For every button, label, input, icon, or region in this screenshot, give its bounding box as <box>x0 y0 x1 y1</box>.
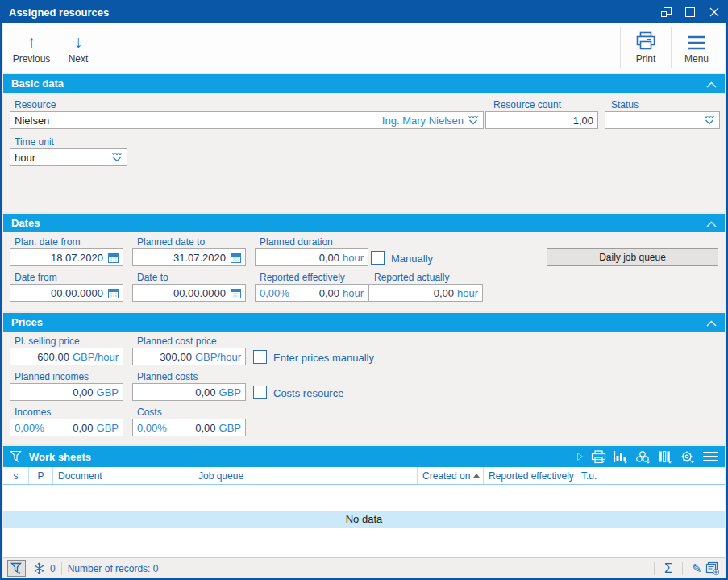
dropdown-icon[interactable] <box>468 115 479 125</box>
collapse-chevron-icon[interactable] <box>706 315 717 330</box>
reported-effectively-value: 0,00 <box>319 287 339 299</box>
sort-ascending-icon <box>473 474 480 478</box>
time-unit-combo[interactable]: hour <box>10 148 127 166</box>
chart-icon[interactable] <box>614 450 628 464</box>
resource-combo[interactable]: Nielsen Ing. Mary Nielsen <box>10 111 484 129</box>
calendar-icon[interactable] <box>108 252 119 263</box>
print-label: Print <box>636 53 656 65</box>
enter-prices-manually-label: Enter prices manually <box>273 352 374 364</box>
record-count-text: Number of records: 0 <box>68 563 159 574</box>
calendar-icon[interactable] <box>231 252 241 263</box>
planned-costs-value: 0,00 <box>195 386 215 398</box>
planned-costs-field[interactable]: 0,00 GBP <box>132 383 246 401</box>
worksheets-table-header: s P Document Job queue Created on Report… <box>3 467 725 485</box>
reported-effectively-percent: 0,00% <box>260 287 289 299</box>
column-header-job-queue[interactable]: Job queue <box>193 467 418 484</box>
basic-data-body: Resource Nielsen Ing. Mary Nielsen Resou… <box>3 93 725 212</box>
costs-field[interactable]: 0,00% 0,00 GBP <box>132 419 246 436</box>
expand-right-icon[interactable] <box>576 452 584 461</box>
pl-selling-price-unit: GBP/hour <box>73 351 119 363</box>
daily-job-queue-button[interactable]: Daily job queue <box>547 248 718 266</box>
date-from-value: 00.00.0000 <box>51 287 103 299</box>
relations-icon[interactable] <box>635 450 651 464</box>
incomes-field[interactable]: 0,00% 0,00 GBP <box>10 419 123 436</box>
print-icon[interactable] <box>591 450 606 464</box>
main-toolbar: ↑ Previous ↓ Next Print Menu <box>3 23 725 73</box>
statusbar-separator <box>164 562 164 575</box>
incomes-unit: GBP <box>97 422 119 434</box>
dropdown-icon[interactable] <box>704 115 715 125</box>
settings-gear-icon[interactable] <box>680 450 695 464</box>
date-to-label: Date to <box>137 272 168 283</box>
planned-duration-label: Planned duration <box>260 236 333 248</box>
column-header-p[interactable]: P <box>29 467 53 484</box>
dates-header[interactable]: Dates <box>3 214 725 232</box>
toolbar-spacer <box>102 24 618 71</box>
arrow-down-icon: ↓ <box>74 31 83 51</box>
resource-display-name: Ing. Mary Nielsen <box>382 115 464 127</box>
arrow-up-icon: ↑ <box>27 31 36 51</box>
calendar-icon[interactable] <box>108 288 119 298</box>
print-button[interactable]: Print <box>622 24 669 71</box>
planned-duration-field[interactable]: 0,00 hour <box>255 248 368 266</box>
filter-button[interactable] <box>7 560 26 577</box>
planned-date-to-field[interactable]: 31.07.2020 <box>132 248 246 266</box>
dropdown-icon[interactable] <box>111 152 123 162</box>
collapse-chevron-icon[interactable] <box>706 216 717 231</box>
window-content: ↑ Previous ↓ Next Print Menu <box>2 23 726 578</box>
dates-title: Dates <box>11 217 40 229</box>
prices-header[interactable]: Prices <box>3 313 725 332</box>
date-to-value: 00.00.0000 <box>173 287 226 299</box>
statusbar-separator <box>61 562 62 575</box>
planned-incomes-label: Planned incomes <box>15 371 89 382</box>
costs-percent: 0,00% <box>137 422 167 434</box>
assigned-resources-window: Assigned resources ↑ Previous ↓ Next <box>0 0 728 580</box>
column-header-tu[interactable]: T.u. <box>576 467 725 484</box>
status-combo[interactable] <box>605 111 720 129</box>
snowflake-icon[interactable] <box>33 562 45 574</box>
date-to-field[interactable]: 00.00.0000 <box>132 284 246 302</box>
grid-menu-icon[interactable] <box>702 451 718 462</box>
calendar-icon[interactable] <box>231 288 241 298</box>
plan-date-from-field[interactable]: 18.07.2020 <box>10 248 123 266</box>
maximize-button[interactable] <box>678 2 702 23</box>
filter-funnel-icon[interactable] <box>10 450 23 463</box>
snowflake-count: 0 <box>50 563 56 574</box>
collapse-chevron-icon[interactable] <box>706 77 717 91</box>
date-from-field[interactable]: 00.00.0000 <box>10 284 123 302</box>
menu-button[interactable]: Menu <box>673 24 720 71</box>
basic-data-header[interactable]: Basic data <box>3 74 725 93</box>
previous-button[interactable]: ↑ Previous <box>8 24 55 71</box>
planned-incomes-field[interactable]: 0,00 GBP <box>10 383 123 401</box>
costs-resource-checkbox[interactable] <box>253 386 267 399</box>
planned-cost-price-field[interactable]: 300,00 GBP/hour <box>132 348 246 365</box>
printer-icon <box>635 31 656 51</box>
maximize-icon <box>685 7 695 17</box>
enter-prices-manually-checkbox[interactable] <box>253 350 267 364</box>
toolbar-separator <box>671 27 672 68</box>
close-button[interactable] <box>702 2 726 23</box>
column-header-s[interactable]: s <box>3 467 29 484</box>
resource-count-field[interactable]: 1,00 <box>485 111 598 129</box>
worksheets-toolbar <box>576 450 718 464</box>
reported-actually-field[interactable]: 0,00 hour <box>368 284 483 302</box>
prices-title: Prices <box>11 316 43 328</box>
planned-date-to-label: Planned date to <box>137 236 205 248</box>
edit-pencil-icon[interactable]: ✎ <box>688 561 705 576</box>
dock-button[interactable] <box>654 2 678 23</box>
columns-icon[interactable] <box>658 450 672 464</box>
column-header-created-on[interactable]: Created on <box>418 467 484 484</box>
time-unit-label: Time unit <box>15 136 54 148</box>
statusbar-separator <box>682 562 683 575</box>
no-data-banner: No data <box>3 511 725 528</box>
sum-sigma-icon[interactable]: Σ <box>660 561 676 576</box>
pl-selling-price-field[interactable]: 600,00 GBP/hour <box>10 348 123 365</box>
add-record-icon[interactable] <box>705 561 721 575</box>
next-button[interactable]: ↓ Next <box>55 24 102 71</box>
column-header-document[interactable]: Document <box>53 467 193 484</box>
planned-cost-price-value: 300,00 <box>160 351 192 363</box>
reported-effectively-field[interactable]: 0,00% 0,00 hour <box>255 284 368 302</box>
reported-actually-value: 0,00 <box>434 287 454 299</box>
manually-checkbox[interactable] <box>371 251 385 265</box>
column-header-reported-effectively[interactable]: Reported effectively <box>484 467 576 484</box>
